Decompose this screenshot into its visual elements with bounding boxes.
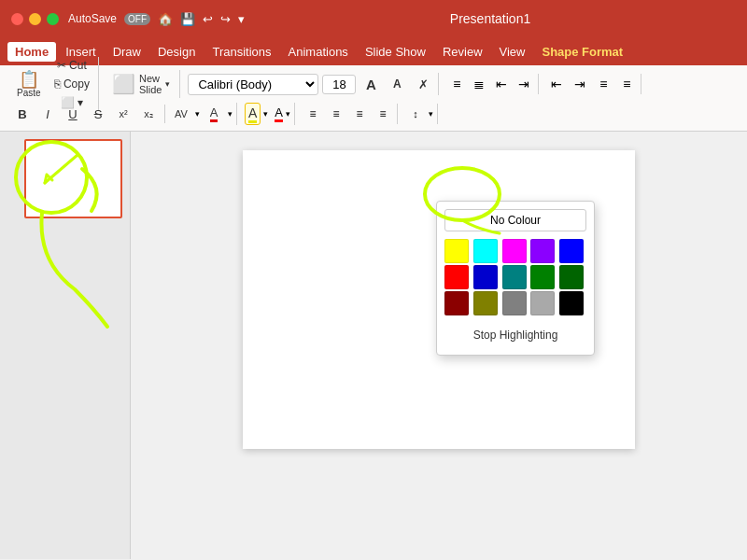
title-bar: AutoSave OFF 🏠 💾 ↩ ↪ ▾ Presentation1 — [0, 0, 747, 37]
color-yellow[interactable] — [444, 239, 469, 263]
menu-draw[interactable]: Draw — [106, 42, 148, 62]
undo-icon[interactable]: ↩ — [203, 12, 213, 26]
stop-highlighting-button[interactable]: Stop Highlighting — [444, 323, 586, 347]
font-family-select[interactable]: Calibri (Body) — [188, 74, 318, 95]
font-color-b-arrow[interactable]: ▾ — [286, 109, 290, 119]
font-color-arrow[interactable]: ▾ — [228, 109, 233, 119]
format-divider — [164, 105, 165, 123]
font-size-input[interactable] — [322, 75, 356, 94]
more-icon[interactable]: ▾ — [238, 12, 245, 26]
align-group: ≡ ≡ ≡ ≡ — [299, 104, 398, 124]
line-spacing-button[interactable]: ↕ — [405, 104, 426, 124]
subscript-button[interactable]: x₂ — [137, 103, 160, 125]
more-list-button[interactable]: ≡ — [616, 74, 637, 94]
menu-bar: Home Insert Draw Design Transitions Anim… — [0, 37, 747, 65]
color-olive[interactable] — [473, 291, 498, 315]
color-darkred[interactable] — [444, 291, 469, 315]
color-cyan[interactable] — [473, 239, 498, 263]
color-lightgray[interactable] — [530, 291, 555, 315]
minimize-button[interactable] — [29, 13, 41, 25]
redo-icon[interactable]: ↪ — [220, 12, 231, 26]
indent2-button[interactable]: ⇤ — [546, 74, 567, 94]
menu-transitions[interactable]: Transitions — [204, 42, 278, 62]
thumbnail-annotation-svg — [26, 141, 120, 217]
autosave-label: AutoSave — [68, 12, 117, 25]
increase-indent-button[interactable]: ⇥ — [514, 74, 534, 94]
copy-button[interactable]: ⎘ Copy — [49, 76, 94, 92]
ribbon-row1: 📋 Paste ✂ Cut ⎘ Copy ⬜ ▾ ⬜ New Slide ▾ — [7, 69, 740, 99]
indent-group: ⇤ ⇥ ≡ ≡ — [543, 74, 641, 94]
underline-button[interactable]: U — [62, 103, 84, 125]
spacing-group: ↕ ▾ — [402, 104, 438, 124]
color-teal[interactable] — [502, 265, 527, 289]
format-group: B I U S x² x₂ AV ▾ A ▾ — [7, 103, 237, 125]
window-title: Presentation1 — [245, 11, 736, 26]
menu-shape-format[interactable]: Shape Format — [535, 42, 631, 62]
home-icon: 🏠 — [158, 12, 173, 26]
color-picker-dropdown: No Colour Stop Highlighting — [436, 201, 595, 356]
color-black[interactable] — [559, 291, 584, 315]
window-controls — [11, 13, 59, 25]
menu-animations[interactable]: Animations — [281, 42, 356, 62]
slides-group: ⬜ New Slide ▾ — [103, 70, 180, 98]
color-blue[interactable] — [559, 239, 584, 263]
italic-button[interactable]: I — [36, 103, 59, 125]
spacing-arrow[interactable]: ▾ — [429, 109, 433, 119]
title-bar-left: AutoSave OFF 🏠 💾 ↩ ↪ ▾ — [68, 12, 245, 26]
align-center-button[interactable]: ≡ — [326, 104, 346, 124]
color-gray[interactable] — [502, 291, 527, 315]
list-options-button[interactable]: ≡ — [593, 74, 613, 94]
color-darkgreen[interactable] — [559, 265, 584, 289]
menu-view[interactable]: View — [492, 42, 533, 62]
highlight-group: A ▾ A ▾ — [241, 103, 295, 125]
numbered-list-button[interactable]: ≣ — [469, 74, 489, 94]
highlight-button[interactable]: A — [245, 103, 261, 125]
menu-slideshow[interactable]: Slide Show — [358, 42, 433, 62]
font-spacing-arrow: ▾ — [195, 109, 200, 119]
superscript-button[interactable]: x² — [112, 103, 134, 125]
paste-button[interactable]: 📋 Paste — [11, 68, 47, 101]
strikethrough-button[interactable]: S — [87, 103, 109, 125]
autosave-toggle[interactable]: OFF — [124, 13, 150, 25]
highlight-icon: A — [248, 105, 257, 123]
outdent2-button[interactable]: ⇥ — [570, 74, 590, 94]
color-magenta[interactable] — [502, 239, 527, 263]
color-violet[interactable] — [530, 239, 555, 263]
font-color-b: A — [275, 105, 283, 122]
justify-button[interactable]: ≡ — [373, 104, 393, 124]
decrease-indent-button[interactable]: ⇤ — [491, 74, 512, 94]
slide-thumbnail[interactable] — [24, 139, 122, 218]
no-colour-button[interactable]: No Colour — [444, 209, 586, 231]
color-darkblue[interactable] — [473, 265, 498, 289]
bullet-list-button[interactable]: ≡ — [446, 74, 467, 94]
list-group: ≡ ≣ ⇤ ⇥ — [443, 74, 539, 94]
bold-button[interactable]: B — [11, 103, 34, 125]
increase-font-button[interactable]: A — [359, 73, 382, 95]
color-grid — [444, 239, 586, 315]
paste-icon: 📋 — [19, 71, 39, 88]
color-red[interactable] — [444, 265, 469, 289]
font-group: Calibri (Body) A A ✗ — [184, 73, 439, 95]
clear-format-button[interactable]: ✗ — [412, 73, 434, 95]
decrease-font-button[interactable]: A — [386, 73, 408, 95]
list-buttons: ≡ ≣ ⇤ ⇥ — [446, 74, 534, 94]
ribbon: 📋 Paste ✂ Cut ⎘ Copy ⬜ ▾ ⬜ New Slide ▾ — [0, 65, 747, 132]
color-green[interactable] — [530, 265, 555, 289]
menu-design[interactable]: Design — [150, 42, 203, 62]
align-left-button[interactable]: ≡ — [303, 104, 323, 124]
highlight-arrow[interactable]: ▾ — [263, 109, 268, 119]
menu-review[interactable]: Review — [435, 42, 490, 62]
main-area: 1 — [0, 132, 747, 559]
font-spacing-button[interactable]: AV — [170, 103, 192, 125]
new-slide-button[interactable]: ⬜ New Slide ▾ — [106, 70, 176, 98]
maximize-button[interactable] — [47, 13, 59, 25]
save-icon: 💾 — [180, 12, 195, 26]
close-button[interactable] — [11, 13, 23, 25]
font-color-a-button[interactable]: A — [203, 103, 225, 125]
ribbon-row2: B I U S x² x₂ AV ▾ A ▾ A ▾ A ▾ ≡ ≡ — [7, 101, 740, 127]
slide-panel: 1 — [0, 132, 131, 559]
align-right-button[interactable]: ≡ — [349, 104, 370, 124]
cut-button[interactable]: ✂ Cut — [49, 57, 94, 74]
